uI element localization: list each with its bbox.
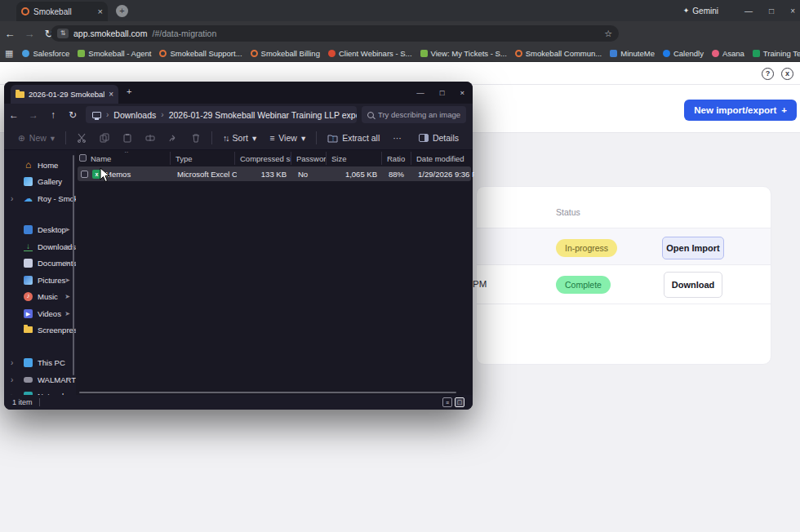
sidebar-scrollbar[interactable] xyxy=(73,155,74,375)
file-size: 1,065 KB xyxy=(328,170,384,179)
breadcrumb[interactable]: › Downloads › 2026-01-29 Smokeball Webin… xyxy=(86,106,357,123)
bookmark-asana[interactable]: Asana xyxy=(709,49,747,58)
share-icon[interactable] xyxy=(162,133,184,143)
details-button[interactable]: Details xyxy=(413,133,464,143)
tab-close-icon[interactable]: × xyxy=(98,7,103,16)
sidebar-item-network[interactable]: ›Network xyxy=(4,388,76,395)
sidebar-item-desktop[interactable]: Desktop➤ xyxy=(4,222,76,237)
copy-icon[interactable] xyxy=(94,133,115,143)
new-import-export-button[interactable]: New import/export + xyxy=(684,100,797,121)
plus-icon: + xyxy=(781,105,787,115)
extract-all-button[interactable]: Extract all xyxy=(322,133,385,143)
sidebar-item-documents[interactable]: Documents➤ xyxy=(4,255,76,270)
column-date-modified[interactable]: Date modified xyxy=(411,152,473,165)
breadcrumb-downloads[interactable]: Downloads xyxy=(113,110,156,120)
bookmark-calendly[interactable]: Calendly xyxy=(660,49,706,58)
more-options-icon[interactable]: ··· xyxy=(387,133,407,143)
rename-icon[interactable] xyxy=(140,133,161,143)
horizontal-scrollbar[interactable] xyxy=(79,392,456,393)
zip-folder-icon xyxy=(327,134,338,143)
apps-grid-icon[interactable]: ▦ xyxy=(5,48,13,59)
file-row-memos[interactable]: x Memos Microsoft Excel Comma S... 133 K… xyxy=(78,166,471,181)
expand-chevron-icon[interactable]: › xyxy=(11,375,13,384)
back-icon[interactable]: ← xyxy=(0,28,20,40)
bookmark-view-my-tickets[interactable]: View: My Tickets - S... xyxy=(418,49,509,58)
select-all-checkbox[interactable] xyxy=(79,154,87,162)
explorer-refresh-icon[interactable]: ↻ xyxy=(63,109,82,121)
new-button[interactable]: ⊕New▾ xyxy=(12,133,60,143)
usb-drive-icon xyxy=(24,377,33,383)
sidebar-item-this-pc[interactable]: ›This PC xyxy=(4,355,76,370)
row-checkbox[interactable] xyxy=(81,171,88,178)
salesforce-icon xyxy=(22,50,29,57)
explorer-tab-bar: 2026-01-29 Smokeball Webina × + — □ × xyxy=(4,82,473,104)
bookmark-client-webinars[interactable]: Client Webinars - S... xyxy=(326,49,415,58)
bookmark-minuteme[interactable]: MinuteMe xyxy=(607,49,657,58)
sidebar-item-videos[interactable]: ▶Videos➤ xyxy=(4,306,76,321)
paste-icon[interactable] xyxy=(117,133,138,143)
search-icon xyxy=(367,112,374,118)
browser-tab[interactable]: Smokeball × xyxy=(16,2,108,21)
view-button[interactable]: ≡ View▾ xyxy=(264,133,311,143)
address-bar[interactable]: ⇅ app.smokeball.com /#/data-migration ☆ xyxy=(51,25,619,42)
download-button[interactable]: Download xyxy=(664,272,722,298)
details-panel-icon xyxy=(419,134,429,142)
column-compressed-size[interactable]: Compressed size xyxy=(235,152,291,165)
column-name[interactable]: ^ Name xyxy=(76,152,171,165)
explorer-tab-close-icon[interactable]: × xyxy=(109,90,113,99)
file-compressed-size: 133 KB xyxy=(237,170,293,179)
explorer-search-box[interactable] xyxy=(362,106,466,123)
bookmark-smokeball-agent[interactable]: Smokeball - Agent xyxy=(75,49,153,58)
details-view-toggle[interactable]: ≡ xyxy=(442,397,452,407)
expand-chevron-icon[interactable]: › xyxy=(11,358,13,367)
delete-icon[interactable] xyxy=(185,133,207,143)
column-type[interactable]: Type xyxy=(171,152,235,165)
sidebar-item-walmart-drive[interactable]: ›WALMART (D:) xyxy=(4,372,76,387)
bookmark-smokeball-billing[interactable]: Smokeball Billing xyxy=(248,49,322,58)
open-import-button[interactable]: Open Import xyxy=(662,237,724,259)
sidebar-item-music[interactable]: ♪Music➤ xyxy=(4,289,76,304)
sheets-icon xyxy=(753,50,760,57)
column-ratio[interactable]: Ratio xyxy=(382,152,411,165)
explorer-new-tab-button[interactable]: + xyxy=(127,86,131,96)
column-password[interactable]: Password ... xyxy=(291,152,327,165)
explorer-forward-icon[interactable]: → xyxy=(24,109,43,121)
gemini-label: ✦ Gemini xyxy=(683,0,718,21)
table-row: In-progress Open Import xyxy=(477,228,771,264)
table-row: Complete Download xyxy=(477,264,771,304)
explorer-back-icon[interactable]: ← xyxy=(4,109,24,121)
sidebar-item-onedrive[interactable]: ›☁Roy - Smokebal xyxy=(4,191,76,206)
site-settings-icon[interactable]: ⇅ xyxy=(57,29,69,38)
bookmark-star-icon[interactable]: ☆ xyxy=(604,29,612,39)
explorer-up-icon[interactable]: ↑ xyxy=(43,109,63,121)
explorer-maximize-button[interactable]: □ xyxy=(440,88,445,97)
help-icon[interactable]: ? xyxy=(762,68,774,80)
explorer-tab[interactable]: 2026-01-29 Smokeball Webina × xyxy=(11,85,118,104)
bookmark-training-team-numbers[interactable]: Training Team Num... xyxy=(750,49,800,58)
page-close-icon[interactable]: x xyxy=(781,68,793,80)
window-maximize-button[interactable]: □ xyxy=(769,7,774,16)
search-input[interactable] xyxy=(378,110,460,119)
bookmark-salesforce[interactable]: Salesforce xyxy=(20,49,72,58)
sort-button[interactable]: ↑↓ Sort▾ xyxy=(217,133,262,143)
sidebar-item-gallery[interactable]: Gallery xyxy=(4,174,76,188)
window-close-button[interactable]: × xyxy=(790,7,795,16)
explorer-close-button[interactable]: × xyxy=(460,88,464,97)
breadcrumb-export-folder[interactable]: 2026-01-29 Smokeball Webinar Training LL… xyxy=(169,110,357,120)
chevron-right-icon: › xyxy=(106,110,109,119)
icons-view-toggle[interactable]: ▢ xyxy=(455,397,464,407)
sort-icon: ↑↓ xyxy=(223,133,229,143)
explorer-minimize-button[interactable]: — xyxy=(416,88,424,97)
expand-chevron-icon[interactable]: › xyxy=(11,194,13,203)
sidebar-item-screenpresso[interactable]: Screenpresso xyxy=(4,322,76,337)
sidebar-item-downloads[interactable]: ↓Downloads➤ xyxy=(4,239,76,254)
column-size[interactable]: Size xyxy=(327,152,382,165)
bookmark-smokeball-support[interactable]: Smokeball Support... xyxy=(157,49,244,58)
sidebar-item-pictures[interactable]: Pictures➤ xyxy=(4,273,76,287)
forward-icon[interactable]: → xyxy=(20,28,39,40)
new-tab-button[interactable]: + xyxy=(116,5,128,17)
bookmark-smokeball-community[interactable]: Smokeball Commun... xyxy=(513,49,604,58)
sidebar-item-home[interactable]: ⌂Home xyxy=(4,157,76,172)
window-minimize-button[interactable]: — xyxy=(744,7,753,16)
cut-icon[interactable] xyxy=(71,133,92,143)
